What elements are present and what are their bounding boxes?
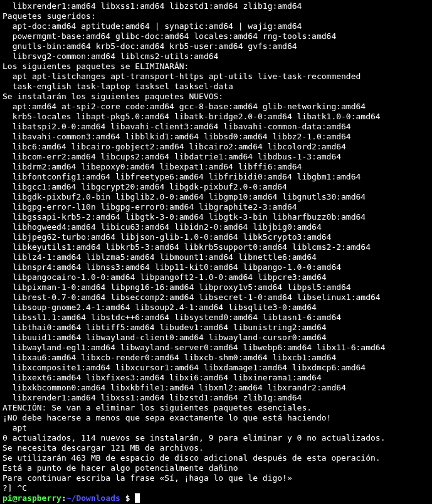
cursor-icon xyxy=(135,493,140,503)
prompt-host: raspberry xyxy=(17,493,61,503)
prompt-user: pi xyxy=(3,493,13,503)
prompt-dollar: $ xyxy=(120,493,135,503)
prompt-path: ~/Downloads xyxy=(66,493,120,503)
prompt-line[interactable]: pi@raspberry:~/Downloads $ xyxy=(3,493,140,503)
terminal-output[interactable]: libxrender1:amd64 libxss1:amd64 libzstd1… xyxy=(0,0,432,504)
prompt-colon: : xyxy=(61,493,66,503)
output-lines: libxrender1:amd64 libxss1:amd64 libzstd1… xyxy=(3,1,429,493)
